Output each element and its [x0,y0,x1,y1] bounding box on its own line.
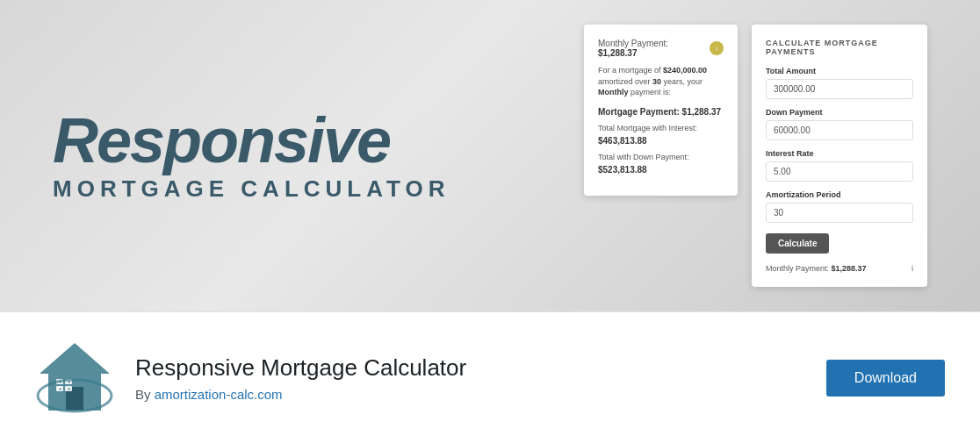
download-button[interactable]: Download [826,360,945,397]
field-label-interest-rate: Interest Rate [766,149,913,158]
preview-total-interest-label: Total Mortgage with Interest: [598,124,724,132]
field-total-amount: Total Amount [766,67,913,99]
field-input-interest-rate[interactable] [766,161,913,182]
logo-area: Responsive MORTGAGE CALCULATOR [53,109,450,203]
banner: Responsive MORTGAGE CALCULATOR Monthly P… [0,0,980,311]
field-label-amortization: Amortization Period [766,190,913,199]
plugin-author: By amortization-calc.com [135,387,826,402]
plugin-icon: + + + + [35,339,114,418]
calculate-button[interactable]: Calculate [766,233,829,254]
preview-total-down-label: Total with Down Payment: [598,153,724,161]
plugin-name: Responsive Mortgage Calculator [135,354,826,382]
field-down-payment: Down Payment [766,108,913,140]
field-input-total-amount[interactable] [766,79,913,99]
plugin-info: Responsive Mortgage Calculator By amorti… [135,354,826,402]
preview-area: Monthly Payment: $1,288.37 i For a mortg… [584,25,927,287]
preview-card-result: Monthly Payment: $1,288.37 i For a mortg… [584,25,738,196]
info-bar: + + + + Responsive Mortgage Calculator B… [0,311,980,443]
info-icon-2: i [912,264,913,273]
field-input-down-payment[interactable] [766,120,913,140]
author-prefix: By [135,387,151,402]
field-amortization: Amortization Period [766,190,913,223]
preview-monthly-label: Monthly Payment: $1,288.37 [598,39,710,58]
svg-text:+: + [68,386,71,391]
field-label-total-amount: Total Amount [766,67,913,75]
preview-form-monthly-label: Monthly Payment: $1,288.37 [766,264,867,273]
svg-text:+: + [59,386,62,391]
preview-desc: For a mortgage of $240,000.00 amortized … [598,65,724,98]
form-title: CALCULATE MORTGAGE PAYMENTS [766,39,913,56]
field-interest-rate: Interest Rate [766,149,913,182]
author-link[interactable]: amortization-calc.com [155,387,283,402]
preview-total-interest-value: $463,813.88 [598,136,724,146]
logo-sub: MORTGAGE CALCULATOR [53,175,450,203]
preview-payment-value: Mortgage Payment: $1,288.37 [598,107,724,117]
preview-form-monthly-result: Monthly Payment: $1,288.37 i [766,264,913,273]
field-label-down-payment: Down Payment [766,108,913,117]
logo-main: Responsive [53,109,450,172]
info-icon: i [710,41,724,55]
preview-card-form: CALCULATE MORTGAGE PAYMENTS Total Amount… [752,25,927,287]
field-input-amortization[interactable] [766,203,913,223]
preview-total-down-value: $523,813.88 [598,165,724,175]
